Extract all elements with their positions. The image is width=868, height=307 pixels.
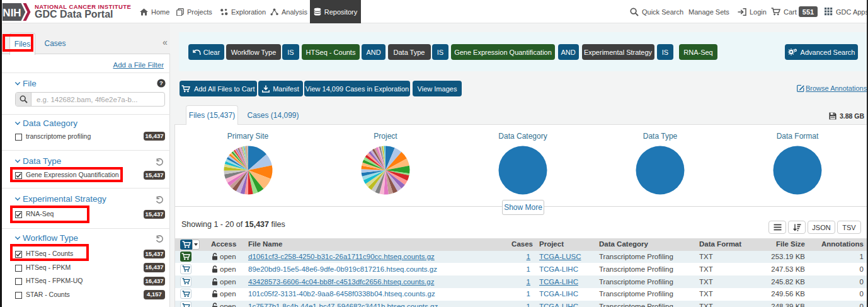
- svg-text:?: ?: [159, 79, 163, 86]
- svg-text:NIH: NIH: [3, 7, 21, 19]
